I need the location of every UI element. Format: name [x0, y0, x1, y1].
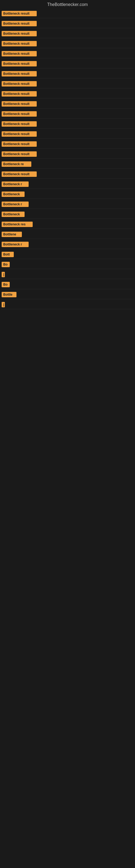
bottleneck-badge[interactable]: Bottleneck result — [2, 111, 37, 117]
bottleneck-badge[interactable]: Bottleneck result — [2, 61, 37, 66]
bottleneck-badge[interactable]: Bo — [2, 262, 10, 267]
list-item: Bottleneck r — [1, 239, 134, 249]
bottleneck-badge[interactable]: Bottleneck result — [2, 121, 37, 127]
bottleneck-badge[interactable]: Bottleneck result — [2, 141, 37, 147]
bottleneck-badge[interactable]: Bottleneck — [2, 191, 25, 197]
bottleneck-badge[interactable]: Bottleneck result — [2, 172, 37, 177]
list-item: Bott — [1, 249, 134, 259]
list-item: Bottlene — [1, 229, 134, 239]
list-item: Bottleneck result — [1, 38, 134, 48]
bottleneck-badge[interactable]: Bottleneck result — [2, 151, 37, 157]
list-item: Bottleneck result — [1, 169, 134, 179]
bottleneck-badge[interactable]: Bottleneck result — [2, 91, 37, 97]
bottleneck-badge[interactable]: Bottleneck result — [2, 51, 37, 56]
bottleneck-badge[interactable]: Bottleneck result — [2, 41, 37, 46]
items-container: Bottleneck resultBottleneck resultBottle… — [0, 8, 135, 309]
bottleneck-badge[interactable]: Bo — [2, 282, 10, 287]
list-item: Bottleneck result — [1, 28, 134, 38]
list-item: Bottleneck result — [1, 108, 134, 119]
bottleneck-badge[interactable]: Bottle — [2, 292, 16, 297]
site-title: TheBottlenecker.com — [0, 0, 135, 8]
list-item: Bottleneck r — [1, 199, 134, 209]
list-item: Bo — [1, 259, 134, 269]
bottleneck-badge[interactable]: Bottleneck result — [2, 81, 37, 87]
bottleneck-badge[interactable]: Bottleneck result — [2, 131, 37, 137]
list-item: Bottleneck res — [1, 219, 134, 229]
bottleneck-badge[interactable]: Bottleneck result — [2, 21, 37, 26]
list-item: | — [1, 299, 134, 309]
list-item: Bottleneck result — [1, 68, 134, 79]
list-item: Bottleneck result — [1, 48, 134, 58]
list-item: Bottleneck result — [1, 98, 134, 108]
list-item: Bottleneck re — [1, 159, 134, 169]
list-item: Bottleneck r — [1, 179, 134, 189]
list-item: Bottleneck result — [1, 58, 134, 68]
list-item: Bottleneck result — [1, 119, 134, 129]
bottleneck-badge[interactable]: Bottlene — [2, 231, 22, 237]
list-item: | — [1, 269, 134, 279]
list-item: Bottleneck — [1, 189, 134, 199]
bottleneck-badge[interactable]: Bottleneck r — [2, 202, 29, 207]
list-item: Bottleneck result — [1, 149, 134, 159]
bottleneck-badge[interactable]: Bottleneck r — [2, 182, 29, 187]
list-item: Bottleneck — [1, 209, 134, 219]
list-item: Bottleneck result — [1, 8, 134, 18]
list-item: Bottleneck result — [1, 79, 134, 88]
list-item: Bottleneck result — [1, 88, 134, 98]
page-container: TheBottlenecker.com Bottleneck resultBot… — [0, 0, 135, 309]
bottleneck-badge[interactable]: Bottleneck result — [2, 11, 37, 16]
bottleneck-badge[interactable]: Bottleneck result — [2, 101, 37, 106]
bottleneck-badge[interactable]: Bottleneck — [2, 212, 25, 217]
list-item: Bottleneck result — [1, 18, 134, 28]
bottleneck-badge[interactable]: Bottleneck r — [2, 242, 29, 247]
bottleneck-badge[interactable]: Bott — [2, 252, 14, 257]
bottleneck-badge[interactable]: Bottleneck res — [2, 222, 33, 227]
bottleneck-badge[interactable]: | — [2, 272, 5, 277]
bottleneck-badge[interactable]: Bottleneck result — [2, 71, 37, 76]
bottleneck-badge[interactable]: Bottleneck result — [2, 31, 37, 36]
list-item: Bottleneck result — [1, 129, 134, 138]
list-item: Bottle — [1, 289, 134, 299]
bottleneck-badge[interactable]: Bottleneck re — [2, 161, 31, 167]
bottleneck-badge[interactable]: | — [2, 302, 5, 307]
list-item: Bo — [1, 279, 134, 289]
list-item: Bottleneck result — [1, 138, 134, 149]
